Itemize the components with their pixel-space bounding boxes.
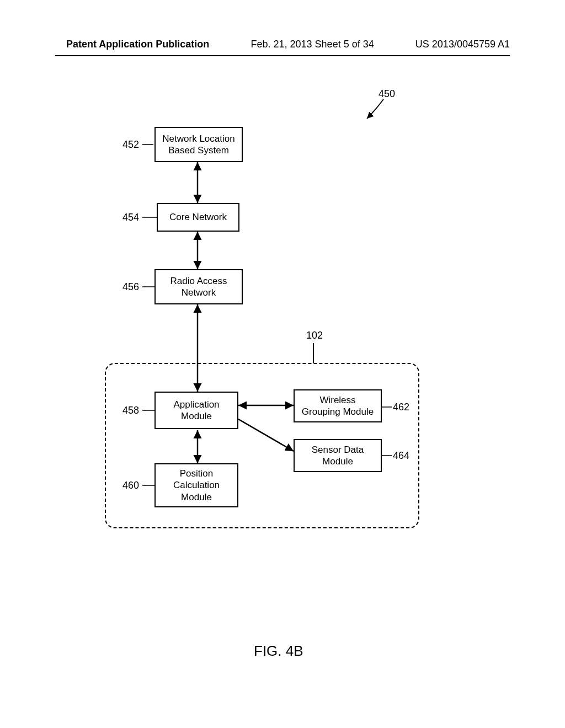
block-text: Application bbox=[173, 399, 219, 410]
block-text: Core Network bbox=[169, 211, 227, 223]
block-text: Radio Access bbox=[170, 275, 227, 287]
header-left: Patent Application Publication bbox=[66, 39, 209, 50]
block-text: Wireless bbox=[319, 394, 355, 406]
block-application-module: Application Module bbox=[154, 392, 238, 429]
block-text: Module bbox=[181, 491, 212, 503]
block-text: Position bbox=[180, 468, 213, 479]
block-ref-464: 464 bbox=[393, 450, 409, 462]
block-ref-458: 458 bbox=[122, 405, 139, 416]
page-header: Patent Application Publication Feb. 21, … bbox=[0, 39, 565, 55]
header-right: US 2013/0045759 A1 bbox=[415, 39, 510, 50]
block-network-location: Network Location Based System bbox=[154, 127, 243, 162]
block-ref-452: 452 bbox=[122, 139, 139, 151]
pointer-arrow-svg bbox=[0, 66, 565, 618]
block-ref-460: 460 bbox=[122, 480, 139, 491]
block-text: Calculation bbox=[173, 479, 220, 491]
block-text: Sensor Data bbox=[312, 444, 364, 456]
group-box-label: 102 bbox=[306, 330, 323, 341]
diagram-area: 450 bbox=[0, 66, 565, 618]
block-position-calculation: Position Calculation Module bbox=[154, 463, 238, 507]
header-center: Feb. 21, 2013 Sheet 5 of 34 bbox=[251, 39, 374, 50]
block-ref-456: 456 bbox=[122, 281, 139, 293]
block-core-network: Core Network bbox=[157, 203, 239, 232]
block-ref-454: 454 bbox=[122, 212, 139, 223]
block-text: Grouping Module bbox=[302, 406, 374, 417]
block-text: Module bbox=[322, 456, 353, 467]
block-text: Module bbox=[181, 410, 212, 422]
block-text: Network bbox=[182, 287, 216, 298]
block-radio-access: Radio Access Network bbox=[154, 269, 243, 304]
figure-caption: FIG. 4B bbox=[254, 643, 303, 660]
header-rule bbox=[55, 55, 510, 56]
block-text: Network Location bbox=[162, 133, 234, 144]
block-wireless-grouping: Wireless Grouping Module bbox=[294, 389, 382, 422]
block-sensor-data: Sensor Data Module bbox=[294, 439, 382, 472]
block-ref-462: 462 bbox=[393, 402, 409, 413]
block-text: Based System bbox=[168, 144, 229, 156]
